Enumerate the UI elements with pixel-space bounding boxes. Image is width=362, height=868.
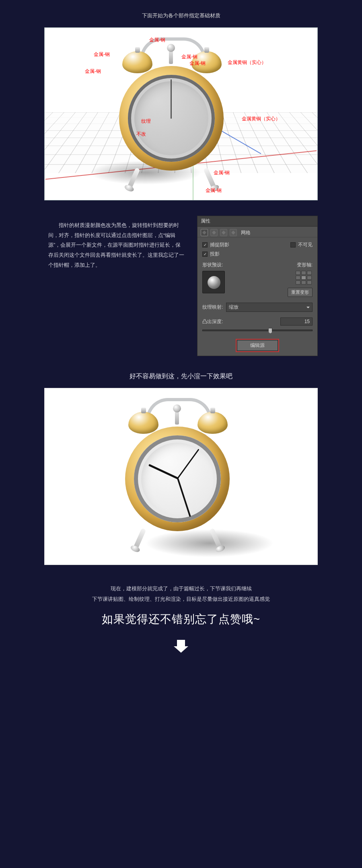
- tab-mesh-label: 网格: [241, 229, 251, 236]
- checkbox-capture-shadow[interactable]: ✓捕捉阴影: [202, 241, 229, 248]
- paragraph-hands: 指针的材质漫射颜色改为黑色，旋转指针到想要的时间，对齐，指针的长度可以通过点击指…: [44, 200, 189, 282]
- cta-like: 如果觉得还不错别忘了点赞哦~: [44, 612, 318, 637]
- clock-hammer-ball: [167, 44, 175, 52]
- reset-deform-button[interactable]: 重置变形: [288, 288, 313, 297]
- foot-left: [123, 183, 135, 193]
- texture-map-label: 纹理映射:: [202, 304, 223, 311]
- shape-preset-label: 形状预设:: [202, 262, 225, 268]
- anno-bell-material: 金属黄铜（实心）: [228, 59, 266, 66]
- extrude-slider[interactable]: [202, 330, 313, 331]
- arrow-down-icon: [173, 637, 189, 654]
- cast-shadow-label: 投影: [210, 251, 220, 258]
- tab-icon-1[interactable]: [201, 229, 208, 236]
- edit-source-button[interactable]: 编辑源: [237, 340, 278, 351]
- section-title-1: 下面开始为各个部件指定基础材质: [44, 0, 318, 27]
- extrude-label: 凸出深度:: [202, 318, 223, 325]
- extrude-value[interactable]: 15: [280, 318, 313, 326]
- invisible-label: 不可见: [298, 241, 313, 248]
- deform-axis-label: 变形轴:: [297, 262, 313, 268]
- properties-panel: 属性 网格 ✓捕捉阴影 不可见: [197, 216, 318, 356]
- r-hammer-ball: [173, 404, 181, 412]
- r-leg-left: [133, 528, 146, 550]
- texture-map-select[interactable]: 缩放: [226, 303, 313, 312]
- outro-line-1: 现在，建模部分就完成了，由于篇幅过长，下节课我们再继续: [44, 583, 318, 594]
- figure-viewport: 金属-钢 金属-钢 金属-钢 金属-钢 金属黄铜（实心） 金属-钢 金属黄铜（实…: [44, 27, 318, 200]
- shape-preset-thumb[interactable]: [202, 271, 225, 293]
- checkbox-cast-shadow[interactable]: ✓投影: [202, 251, 313, 258]
- panel-tabrow: 网格: [197, 227, 317, 237]
- clock-model-wire: [119, 40, 232, 193]
- clock-leg-right: [203, 167, 216, 190]
- section-title-2: 好不容易做到这，先小渲一下效果吧: [44, 356, 318, 388]
- tab-icon-3[interactable]: [220, 229, 227, 236]
- clock-hand: [171, 79, 172, 119]
- outro-text: 现在，建模部分就完成了，由于篇幅过长，下节课我们再继续 下节课讲贴图、绘制纹理、…: [44, 565, 318, 612]
- r-leg-right: [209, 528, 222, 550]
- deform-axis-grid[interactable]: [296, 271, 313, 284]
- bell-knob-right: [204, 47, 209, 53]
- anno-bell-left-knob: 金属-钢: [94, 51, 110, 58]
- checkbox-invisible[interactable]: 不可见: [290, 241, 313, 248]
- panel-title: 属性: [197, 216, 317, 227]
- r-bell-right: [197, 412, 228, 434]
- tab-icon-4[interactable]: [230, 229, 237, 236]
- anno-bell-left: 金属-钢: [85, 68, 101, 75]
- clock-leg-left: [127, 167, 140, 190]
- outro-line-2: 下节课讲贴图、绘制纹理、打光和渲染，目标是尽量做出接近原图的逼真感觉: [44, 594, 318, 604]
- clock-model-render: [125, 400, 238, 553]
- clock-bell-right: [191, 51, 222, 73]
- foot-right: [209, 183, 220, 193]
- figure-render: [44, 388, 318, 565]
- bell-knob-left: [135, 47, 140, 53]
- capture-shadow-label: 捕捉阴影: [210, 241, 229, 248]
- tab-icon-2[interactable]: [210, 229, 218, 236]
